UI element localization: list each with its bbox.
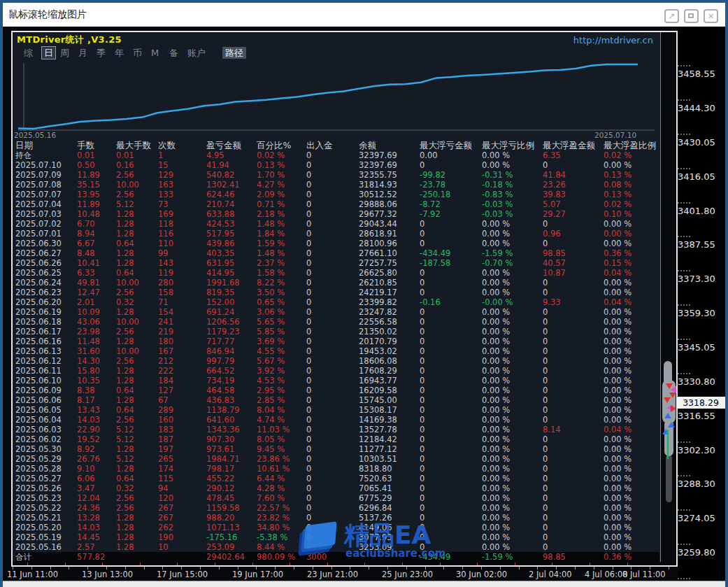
open-external-button[interactable]: ↗	[664, 9, 679, 23]
table-cell: 2025.06.12	[15, 356, 77, 366]
price-axis-label: 3259.80	[678, 537, 725, 547]
table-cell: 0	[306, 503, 359, 513]
table-cell: 517.95	[206, 229, 257, 239]
table-cell: 6.67	[77, 239, 116, 248]
table-cell: 17608.29	[359, 366, 420, 376]
time-tick	[669, 567, 669, 570]
table-cell: 0.00 %	[604, 444, 657, 454]
table-cell: 0.00 %	[604, 317, 657, 327]
table-cell: 2025.06.06	[15, 395, 77, 405]
menu-item-月[interactable]: 月	[78, 47, 87, 59]
table-cell: 0	[420, 239, 482, 248]
table-cell: 23.86 %	[257, 454, 306, 464]
price-axis-label: 3288.30	[678, 468, 725, 479]
table-cell: 2.85 %	[257, 395, 306, 405]
table-row: 2025.05.2224.362.562671159.5822.57 %0629…	[15, 503, 659, 513]
table-cell: 43.06	[77, 317, 116, 327]
chart-region[interactable]: MTDriver统计 ,V3.25 http://mtdriver.cn 202…	[3, 27, 725, 581]
table-cell: 1138.79	[206, 405, 257, 415]
table-cell: 6.33	[77, 268, 116, 278]
time-axis[interactable]: 11 Jun 11:0013 Jun 13:0017 Jun 15:0019 J…	[3, 567, 678, 581]
table-cell: 67	[158, 395, 206, 405]
table-cell: 5.07	[543, 199, 604, 209]
table-cell: 2025.05.29	[15, 454, 77, 464]
time-axis-label: 11 Jun 11:00	[7, 570, 58, 579]
table-cell: 0.02 %	[257, 150, 306, 160]
table-cell: 0	[420, 366, 482, 376]
table-cell: 5.65 %	[257, 317, 306, 327]
table-cell: 1.28	[116, 366, 158, 376]
table-cell: 1.28	[116, 376, 158, 386]
table-cell: 0	[306, 474, 359, 483]
menu-item-M[interactable]: M	[151, 47, 159, 59]
table-cell: 98.85	[543, 248, 604, 258]
path-button[interactable]: 路径	[222, 47, 246, 59]
table-cell: 0.00 %	[482, 434, 543, 444]
table-cell: 24219.17	[359, 288, 420, 297]
menu-item-日[interactable]: 日	[42, 47, 55, 59]
restore-button[interactable]	[684, 9, 699, 23]
table-cell: 184	[158, 376, 206, 386]
table-cell: 0	[543, 483, 604, 493]
table-cell: 13.28	[77, 513, 116, 523]
menu-item-年[interactable]: 年	[115, 47, 124, 59]
column-header: 百分比%	[257, 141, 306, 150]
menu-item-币[interactable]: 币	[133, 47, 142, 59]
table-cell: 32355.75	[359, 170, 420, 180]
table-cell: 160	[158, 415, 206, 425]
table-cell: 0	[543, 493, 604, 503]
time-axis-label: 4 Jul 06:00	[585, 570, 628, 579]
table-cell: 0	[543, 307, 604, 317]
menu-item-周[interactable]: 周	[60, 47, 69, 59]
table-row: 2025.05.276.060.64115455.226.44 %07520.6…	[15, 474, 659, 483]
table-cell: 0.00 %	[482, 444, 543, 454]
table-cell: -8.72	[420, 199, 482, 209]
table-row: 2025.05.289.101.28174798.1710.61 %08318.…	[15, 464, 659, 474]
menu-item-账户[interactable]: 账户	[187, 47, 206, 59]
table-cell: 14169.38	[359, 415, 420, 425]
table-cell: 0.00 %	[482, 425, 543, 434]
table-cell: 12.04	[77, 493, 116, 503]
table-cell: 0.00 %	[482, 356, 543, 366]
table-cell: 2.56	[116, 493, 158, 503]
table-cell: 0.96	[543, 229, 604, 239]
table-row: 2025.06.2312.472.56158819.353.50 %024219…	[15, 288, 659, 297]
table-cell: 0	[306, 278, 359, 288]
title-bar: 鼠标滚轮缩放图片 ↗ ×	[3, 3, 725, 27]
time-axis-label: 8 Jul 11:00	[622, 570, 666, 579]
time-tick	[31, 567, 32, 570]
table-cell: 973.61	[206, 444, 257, 454]
equity-end-date: 2025.07.10	[594, 131, 636, 139]
table-cell: 0	[420, 444, 482, 454]
menu-item-备[interactable]: 备	[169, 47, 178, 59]
table-cell: 0.00 %	[482, 327, 543, 337]
table-cell: 0	[543, 503, 604, 513]
table-cell: 0	[420, 474, 482, 483]
table-cell: 11.89	[77, 199, 116, 209]
menu-item-季[interactable]: 季	[97, 47, 106, 59]
table-cell: 合计	[15, 552, 77, 562]
table-row: 2025.07.0310.481.28169633.882.18 %029677…	[15, 209, 659, 219]
table-cell: 29677.32	[359, 209, 420, 219]
table-cell: -23.78	[420, 180, 482, 190]
table-cell: 2.56	[116, 327, 158, 337]
table-cell: 0	[306, 356, 359, 366]
table-cell: 0	[543, 434, 604, 444]
table-cell: 24.36	[77, 503, 116, 513]
table-cell: 717.77	[206, 337, 257, 346]
table-cell: 0.15 %	[604, 258, 657, 268]
table-row: 2025.07.0411.895.1273210.740.71 %029888.…	[15, 199, 659, 209]
table-cell: 14.03	[77, 415, 116, 425]
panel-url-link[interactable]: http://mtdriver.cn	[573, 35, 653, 45]
table-cell: 0	[420, 503, 482, 513]
table-cell: 0	[543, 454, 604, 464]
price-axis[interactable]: 3318.29 3458.553444.303430.053416.053401…	[678, 27, 725, 581]
table-cell: 0	[543, 278, 604, 288]
close-button[interactable]: ×	[704, 9, 718, 23]
table-cell: 2025.07.01	[15, 229, 77, 239]
time-tick	[69, 567, 69, 570]
menu-item-综[interactable]: 综	[24, 47, 33, 59]
time-axis-label: 13 Jun 13:00	[82, 570, 133, 579]
table-cell: 2025.05.16	[15, 542, 77, 552]
table-cell: 0	[420, 317, 482, 327]
